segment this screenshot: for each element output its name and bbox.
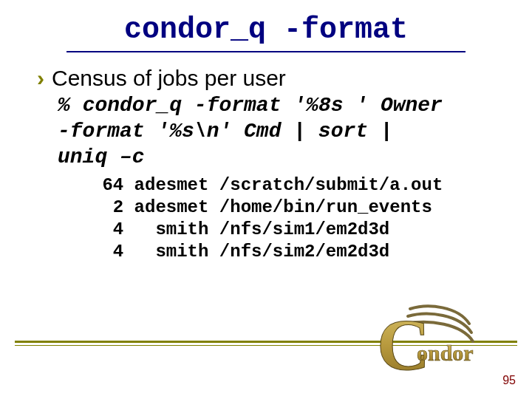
chevron-right-icon: ›: [37, 67, 44, 89]
page-number: 95: [502, 374, 516, 387]
logo-text: ondor: [417, 341, 474, 365]
output-block: 64 adesmet /scratch/submit/a.out 2 adesm…: [37, 174, 502, 263]
slide-title: condor_q -format: [0, 0, 532, 51]
shell-prompt: %: [58, 94, 70, 117]
condor-logo: C ondor: [377, 303, 488, 384]
bullet-text: Census of jobs per user: [52, 66, 286, 91]
bullet-row: › Census of jobs per user: [37, 66, 502, 91]
command-line-3: uniq –c: [58, 146, 145, 168]
command-line-1: condor_q -format '%8s ' Owner: [83, 94, 443, 117]
command-block: % condor_q -format '%8s ' Owner -format …: [37, 92, 502, 170]
command-line-2: -format '%s\n' Cmd | sort |: [58, 120, 393, 143]
content-area: › Census of jobs per user % condor_q -fo…: [0, 66, 532, 263]
title-underline: [66, 51, 466, 52]
